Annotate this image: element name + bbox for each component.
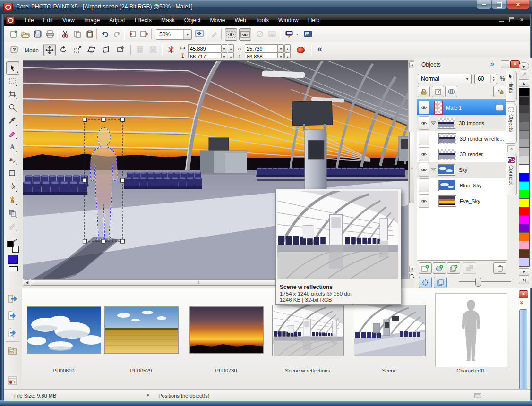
new-object-button[interactable] (419, 262, 432, 274)
rotate-mode-button[interactable] (58, 44, 69, 55)
layer-thumbnail[interactable] (438, 118, 455, 129)
anchor-point-button[interactable] (165, 44, 177, 55)
show-mask-marquee-button[interactable] (225, 28, 237, 41)
delete-object-button[interactable] (493, 262, 506, 274)
docker-close-button[interactable]: × (510, 60, 520, 68)
palette-swatch[interactable] (519, 139, 530, 148)
menu-movie[interactable]: Movie (205, 15, 230, 25)
layer-thumbnail[interactable] (438, 164, 455, 176)
document-restore-icon[interactable] (509, 17, 514, 22)
tray-thumbnail[interactable] (104, 306, 179, 354)
docker-flyout-chevrons[interactable]: » (490, 59, 494, 68)
merge-mode-select[interactable]: Normal ▼ (418, 74, 472, 84)
tab-connect[interactable]: Connect (506, 154, 517, 195)
zoom-tool[interactable] (6, 101, 18, 113)
image-adjustment-lab-button[interactable] (302, 28, 314, 40)
eraser-tool[interactable] (6, 127, 18, 140)
import-object-button[interactable] (8, 328, 18, 339)
fill-tool[interactable] (6, 180, 18, 193)
tray-thumbnail[interactable] (27, 306, 101, 354)
menu-file[interactable]: File (20, 15, 38, 25)
center-object-toggle[interactable] (419, 277, 432, 288)
import-file-button[interactable] (8, 294, 18, 305)
tray-thumbnail[interactable] (435, 293, 507, 367)
layer-row-3d-render-w-reflections[interactable]: 3D render w refle... (417, 131, 506, 147)
menu-edit[interactable]: Edit (38, 15, 58, 25)
palette-swatch[interactable] (519, 164, 530, 173)
tab-objects[interactable]: Objects (506, 104, 517, 144)
paint-tool[interactable] (6, 194, 18, 206)
layer-row-male1[interactable]: Male 1 (417, 100, 506, 116)
eyedropper-tool[interactable] (6, 114, 18, 127)
menu-tools[interactable]: Tools (251, 15, 274, 25)
thumbnail-size-slider-knob[interactable] (475, 278, 481, 287)
visibility-eye-icon[interactable] (419, 101, 429, 114)
palette-swatch[interactable] (519, 249, 530, 258)
show-previews-toggle[interactable] (434, 277, 447, 288)
scale-mode-button[interactable] (72, 44, 83, 55)
crop-tool[interactable] (6, 88, 18, 100)
menu-image[interactable]: Image (79, 15, 104, 25)
copy-button[interactable] (72, 28, 83, 40)
layer-row-sky[interactable]: Sky (417, 162, 506, 178)
clip-mask-button[interactable] (432, 86, 444, 97)
position-mode-button[interactable] (43, 44, 56, 56)
palette-swatch[interactable] (519, 198, 530, 207)
new-group-button[interactable] (447, 262, 460, 274)
layer-thumbnail[interactable] (434, 101, 443, 115)
palette-swatch[interactable] (519, 130, 530, 139)
launcher-dropdown[interactable]: ▼ (294, 28, 300, 40)
palette-dock-icon[interactable]: ⯇| (519, 277, 529, 284)
visibility-eye-empty[interactable] (419, 178, 429, 192)
palette-swatch[interactable] (519, 241, 530, 250)
menu-web[interactable]: Web (230, 15, 251, 25)
zoom-level-combo[interactable]: 50% ▼ (156, 29, 192, 40)
palette-swatch[interactable] (519, 122, 530, 131)
distort-mode-button[interactable] (100, 44, 112, 55)
red-eye-removal-tool[interactable] (6, 154, 18, 166)
layer-row-3d-render[interactable]: 3D render (417, 146, 506, 162)
skew-mode-button[interactable] (86, 44, 97, 55)
show-object-marquee-button[interactable] (239, 28, 251, 41)
import-button[interactable] (127, 28, 138, 40)
menu-help[interactable]: Help (303, 15, 325, 25)
foreground-color-swatch[interactable] (7, 241, 14, 247)
collapse-chevrons-icon[interactable]: « (317, 44, 322, 54)
palette-swatch[interactable] (519, 173, 530, 182)
palette-swatch[interactable] (519, 147, 530, 156)
foreground-background-colors[interactable] (7, 241, 18, 252)
menu-window[interactable]: Window (274, 15, 303, 25)
docker-tab-close-icon[interactable]: × (507, 145, 515, 152)
visibility-eye-empty[interactable] (419, 132, 429, 145)
w-spin-down[interactable]: ▼ (278, 44, 284, 53)
layer-thumbnail[interactable] (438, 133, 456, 144)
visibility-eye-icon[interactable] (419, 116, 429, 130)
menu-object[interactable]: Object (180, 15, 206, 25)
opacity-field[interactable]: 60 ▲▼ (474, 74, 497, 84)
print-button[interactable] (44, 28, 56, 40)
palette-swatch[interactable] (519, 207, 530, 216)
scroll-left-icon[interactable]: ◀ (24, 279, 30, 286)
perspective-mode-button[interactable] (114, 44, 126, 55)
undo-button[interactable] (99, 28, 111, 40)
chevron-down-icon[interactable]: ▼ (463, 75, 471, 83)
width-input[interactable] (245, 44, 278, 53)
redo-button[interactable] (112, 28, 123, 40)
visibility-eye-icon[interactable] (419, 163, 429, 177)
window-minimize-button[interactable] (477, 0, 491, 9)
palette-swatch[interactable] (519, 181, 530, 190)
status-dropdown-icon[interactable]: ▼ (146, 393, 150, 398)
lens-button[interactable] (445, 86, 457, 97)
palette-swatch[interactable] (519, 190, 530, 199)
palette-swatch[interactable] (519, 156, 530, 165)
window-close-button[interactable]: × (507, 0, 529, 9)
palette-swatch[interactable] (519, 96, 530, 105)
menu-view[interactable]: View (58, 15, 79, 25)
application-launcher-button[interactable] (283, 28, 295, 40)
document-minimize-icon[interactable] (499, 17, 504, 22)
browse-folder-button[interactable] (8, 346, 18, 356)
layer-thumbnail[interactable] (438, 195, 456, 207)
fill-color-swatch[interactable] (8, 255, 18, 264)
palette-swatch[interactable] (519, 232, 530, 241)
lock-transparency-button[interactable] (418, 86, 430, 97)
